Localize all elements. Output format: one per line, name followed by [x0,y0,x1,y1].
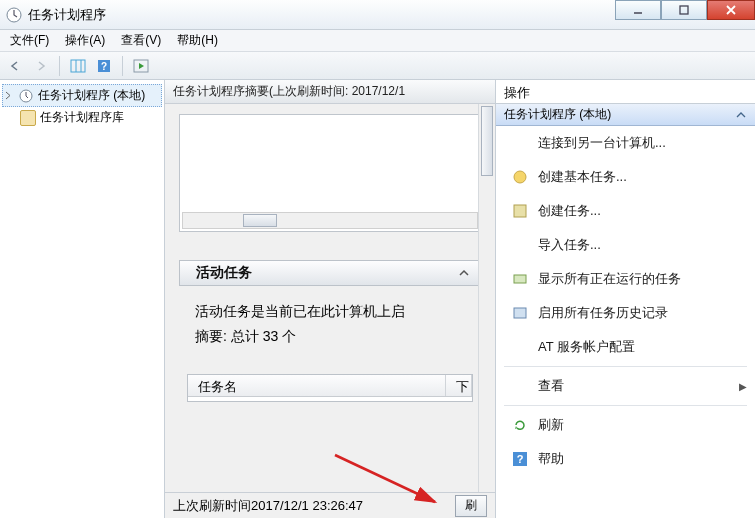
toolbar-separator [122,56,123,76]
folder-icon [20,110,36,126]
svg-rect-13 [514,308,526,318]
main-area: 任务计划程序 (本地) 任务计划程序库 任务计划程序摘要(上次刷新时间: 201… [0,80,755,518]
action-create-task[interactable]: 创建任务... [496,194,755,228]
svg-rect-3 [71,60,85,72]
task-table-header: 任务名 下 [188,375,472,397]
actions-section-header: 任务计划程序 (本地) [496,104,755,126]
tree-pane: 任务计划程序 (本地) 任务计划程序库 [0,80,165,518]
active-tasks-header[interactable]: 活动任务 [179,260,481,286]
collapse-up-icon[interactable] [735,109,747,121]
status-footer: 上次刷新时间2017/12/1 23:26:47 刷 [165,492,495,518]
chevron-right-icon: ▶ [739,381,747,392]
center-header: 任务计划程序摘要(上次刷新时间: 2017/12/1 [165,80,495,104]
forward-button[interactable] [30,55,52,77]
menu-help[interactable]: 帮助(H) [169,30,226,51]
column-next[interactable]: 下 [446,375,472,396]
svg-text:?: ? [101,61,107,72]
tree-root[interactable]: 任务计划程序 (本地) [2,84,162,107]
running-icon [512,271,528,287]
help-icon: ? [512,451,528,467]
center-header-text: 任务计划程序摘要(上次刷新时间: 2017/12/1 [173,83,405,100]
scrollbar-thumb[interactable] [481,106,493,176]
action-connect[interactable]: 连接到另一台计算机... [496,126,755,160]
column-task-name[interactable]: 任务名 [188,375,446,396]
menu-view[interactable]: 查看(V) [113,30,169,51]
window-title: 任务计划程序 [28,6,106,24]
app-icon [6,7,22,23]
actions-pane: 操作 任务计划程序 (本地) 连接到另一台计算机... 创建基本任务... 创建… [495,80,755,518]
task-table: 任务名 下 [187,374,473,402]
action-help[interactable]: ? 帮助 [496,442,755,476]
toolbar: ? [0,52,755,80]
task-icon [512,203,528,219]
summary-count: 摘要: 总计 33 个 [179,324,481,348]
active-tasks-label: 活动任务 [196,264,252,282]
actions-section-label: 任务计划程序 (本地) [504,106,611,123]
toolbar-panes-button[interactable] [67,55,89,77]
action-at-service[interactable]: AT 服务帐户配置 [496,330,755,364]
last-refresh-time: 上次刷新时间2017/12/1 23:26:47 [173,497,363,515]
action-show-running[interactable]: 显示所有正在运行的任务 [496,262,755,296]
maximize-button[interactable] [661,0,707,20]
scrollbar-thumb[interactable] [243,214,277,227]
refresh-icon [512,417,528,433]
menu-file[interactable]: 文件(F) [2,30,57,51]
scheduler-icon [18,88,34,104]
svg-rect-12 [514,275,526,283]
tree-library-label: 任务计划程序库 [40,109,124,126]
toolbar-help-button[interactable]: ? [93,55,115,77]
toolbar-separator [59,56,60,76]
active-tasks-description: 活动任务是当前已在此计算机上启 [179,286,481,324]
toolbar-run-button[interactable] [130,55,152,77]
action-refresh[interactable]: 刷新 [496,408,755,442]
tree-root-label: 任务计划程序 (本地) [38,87,145,104]
svg-point-10 [514,171,526,183]
tree-library[interactable]: 任务计划程序库 [18,107,162,128]
window-buttons [615,0,755,20]
svg-rect-2 [680,6,688,14]
collapse-icon[interactable] [5,91,14,100]
wizard-icon [512,169,528,185]
expand-up-icon [456,265,472,281]
action-enable-history[interactable]: 启用所有任务历史记录 [496,296,755,330]
vertical-scrollbar[interactable] [478,104,495,492]
blank-icon [512,339,528,355]
menubar: 文件(F) 操作(A) 查看(V) 帮助(H) [0,30,755,52]
menu-action[interactable]: 操作(A) [57,30,113,51]
titlebar: 任务计划程序 [0,0,755,30]
action-view[interactable]: 查看 ▶ [496,369,755,403]
minimize-button[interactable] [615,0,661,20]
separator [504,405,747,406]
blank-icon [512,237,528,253]
back-button[interactable] [4,55,26,77]
blank-icon [512,135,528,151]
status-box [179,114,481,232]
close-button[interactable] [707,0,755,20]
action-import[interactable]: 导入任务... [496,228,755,262]
svg-rect-11 [514,205,526,217]
separator [504,366,747,367]
center-pane: 任务计划程序摘要(上次刷新时间: 2017/12/1 活动任务 活动任务是当前已… [165,80,495,518]
actions-title: 操作 [496,80,755,104]
history-icon [512,305,528,321]
svg-text:?: ? [517,453,524,465]
action-create-basic[interactable]: 创建基本任务... [496,160,755,194]
refresh-button[interactable]: 刷 [455,495,487,517]
center-body: 活动任务 活动任务是当前已在此计算机上启 摘要: 总计 33 个 任务名 下 [165,104,495,492]
horizontal-scrollbar[interactable] [182,212,478,229]
blank-icon [512,378,528,394]
